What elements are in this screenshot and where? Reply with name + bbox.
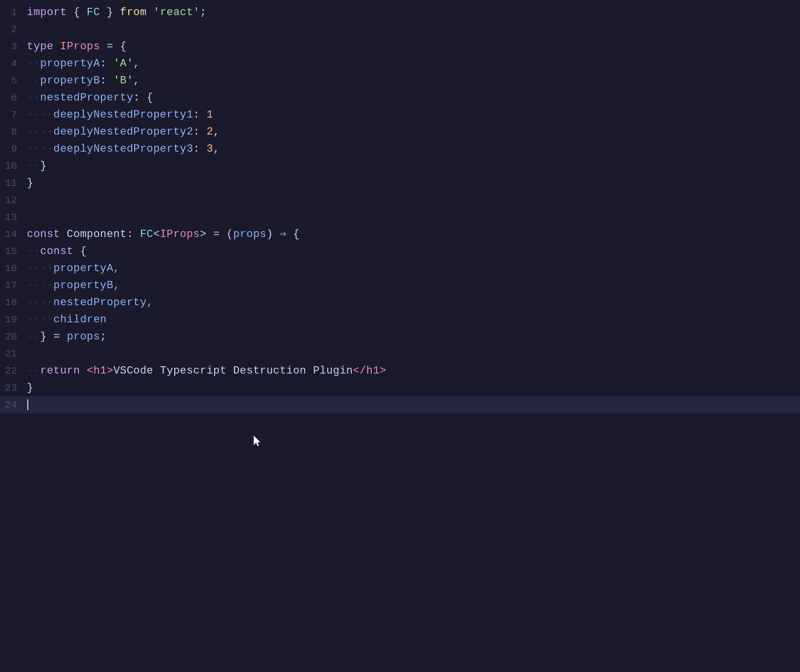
line-content[interactable]: } [27, 175, 800, 192]
code-line: 12 [0, 192, 800, 209]
line-number: 22 [0, 362, 27, 379]
line-content[interactable]: ····children [27, 311, 800, 328]
code-line: 1import { FC } from 'react'; [0, 4, 800, 21]
line-content[interactable]: ··const { [27, 243, 800, 260]
code-line: 6··nestedProperty: { [0, 89, 800, 106]
line-number: 24 [0, 396, 27, 414]
code-line: 20··} = props; [0, 328, 800, 345]
line-number: 15 [0, 243, 27, 260]
line-content[interactable]: ····nestedProperty, [27, 294, 800, 311]
code-line: 16····propertyA, [0, 260, 800, 277]
line-content[interactable]: ····propertyB, [27, 277, 800, 294]
line-number: 2 [0, 21, 27, 38]
line-number: 1 [0, 4, 27, 21]
code-line: 5··propertyB: 'B', [0, 72, 800, 89]
line-number: 7 [0, 106, 27, 123]
code-line: 21 [0, 345, 800, 362]
line-content[interactable] [27, 396, 800, 414]
code-line: 13 [0, 209, 800, 226]
line-number: 23 [0, 379, 27, 396]
line-number: 20 [0, 328, 27, 345]
line-content[interactable]: ··} [27, 158, 800, 175]
line-content[interactable]: import { FC } from 'react'; [27, 4, 800, 21]
line-number: 5 [0, 72, 27, 89]
line-content[interactable]: ····propertyA, [27, 260, 800, 277]
line-number: 6 [0, 89, 27, 106]
line-number: 18 [0, 294, 27, 311]
code-line: 10··} [0, 158, 800, 175]
line-number: 17 [0, 277, 27, 294]
line-content[interactable]: ····deeplyNestedProperty3: 3, [27, 140, 800, 158]
line-number: 10 [0, 158, 27, 175]
line-content[interactable]: } [27, 379, 800, 396]
code-line: 18····nestedProperty, [0, 294, 800, 311]
line-content[interactable]: ····deeplyNestedProperty2: 2, [27, 123, 800, 140]
text-cursor [27, 399, 28, 410]
line-number: 14 [0, 226, 27, 243]
code-line: 15··const { [0, 243, 800, 260]
line-number: 21 [0, 345, 27, 362]
code-line: 2 [0, 21, 800, 38]
code-line: 7····deeplyNestedProperty1: 1 [0, 106, 800, 123]
code-line: 3type IProps = { [0, 38, 800, 55]
line-content[interactable]: ··propertyA: 'A', [27, 55, 800, 72]
code-line: 8····deeplyNestedProperty2: 2, [0, 123, 800, 140]
line-number: 19 [0, 311, 27, 328]
code-editor: 1import { FC } from 'react';23type IProp… [0, 0, 800, 672]
line-content[interactable]: ··} = props; [27, 328, 800, 345]
line-number: 11 [0, 175, 27, 192]
line-number: 9 [0, 140, 27, 158]
code-line: 23} [0, 379, 800, 396]
code-line: 9····deeplyNestedProperty3: 3, [0, 140, 800, 158]
line-number: 4 [0, 55, 27, 72]
line-content[interactable]: ··propertyB: 'B', [27, 72, 800, 89]
line-content[interactable]: const Component: FC<IProps> = (props) ⇒ … [27, 226, 800, 243]
line-number: 3 [0, 38, 27, 55]
code-line: 11} [0, 175, 800, 192]
code-line: 4··propertyA: 'A', [0, 55, 800, 72]
code-line: 14const Component: FC<IProps> = (props) … [0, 226, 800, 243]
line-number: 12 [0, 192, 27, 209]
line-number: 16 [0, 260, 27, 277]
line-number: 13 [0, 209, 27, 226]
line-number: 8 [0, 123, 27, 140]
bottom-area [0, 417, 800, 672]
code-line: 17····propertyB, [0, 277, 800, 294]
code-line: 24 [0, 396, 800, 414]
code-area: 1import { FC } from 'react';23type IProp… [0, 0, 800, 417]
code-line: 22··return <h1>VSCode Typescript Destruc… [0, 362, 800, 379]
line-content[interactable]: ··nestedProperty: { [27, 89, 800, 106]
line-content[interactable]: type IProps = { [27, 38, 800, 55]
line-content[interactable]: ····deeplyNestedProperty1: 1 [27, 106, 800, 123]
code-line: 19····children [0, 311, 800, 328]
line-content[interactable]: ··return <h1>VSCode Typescript Destructi… [27, 362, 800, 379]
